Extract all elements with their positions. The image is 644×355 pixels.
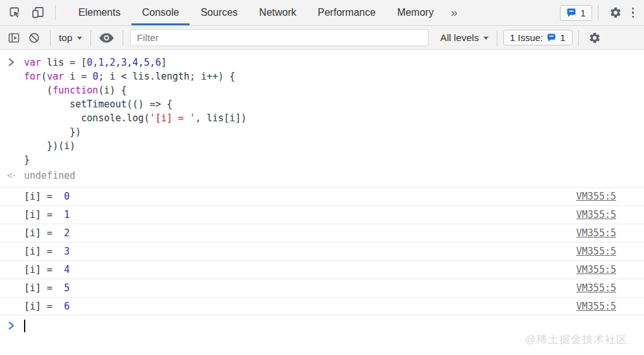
context-selector-label: top bbox=[59, 32, 73, 44]
clear-console-icon[interactable] bbox=[24, 28, 44, 47]
code-line: var lis = [0,1,2,3,4,5,6] bbox=[24, 56, 644, 69]
code-line: (function(i) { bbox=[24, 83, 644, 97]
console-result-row: <· undefined bbox=[0, 167, 644, 187]
source-link[interactable]: VM355:5 bbox=[576, 209, 616, 220]
code-line: } bbox=[24, 153, 644, 167]
console-log-row: [i] = 2VM355:5 bbox=[0, 224, 644, 242]
code-line: })(i) bbox=[24, 139, 644, 153]
tab-console[interactable]: Console bbox=[131, 0, 190, 25]
more-options-icon[interactable] bbox=[627, 5, 640, 21]
input-code: var lis = [0,1,2,3,4,5,6]for(var i = 0; … bbox=[24, 56, 644, 167]
console-log-list: [i] = 0VM355:5[i] = 1VM355:5[i] = 2VM355… bbox=[0, 187, 644, 315]
divider bbox=[50, 30, 51, 45]
log-text: [i] = bbox=[24, 282, 58, 294]
settings-gear-icon[interactable] bbox=[604, 2, 627, 23]
code-line: for(var i = 0; i < lis.length; i++) { bbox=[24, 69, 644, 83]
divider bbox=[123, 30, 123, 45]
inspect-element-icon[interactable] bbox=[4, 2, 27, 23]
chat-bubble-icon bbox=[566, 8, 576, 18]
tab-sources[interactable]: Sources bbox=[190, 0, 248, 25]
log-value: 2 bbox=[64, 227, 70, 239]
source-link[interactable]: VM355:5 bbox=[576, 191, 616, 202]
log-value: 5 bbox=[64, 282, 70, 294]
issues-label: 1 Issue: bbox=[510, 32, 544, 43]
log-level-selector[interactable]: All levels bbox=[438, 32, 491, 44]
console-log-row: [i] = 6VM355:5 bbox=[0, 297, 644, 315]
code-line: }) bbox=[24, 125, 644, 139]
result-value: undefined bbox=[24, 170, 75, 181]
log-text: [i] = bbox=[24, 246, 58, 257]
log-text: [i] = bbox=[24, 301, 58, 312]
console-sidebar-toggle-icon[interactable] bbox=[4, 28, 24, 47]
log-level-label: All levels bbox=[440, 32, 479, 44]
log-text: [i] = bbox=[24, 209, 58, 220]
device-toolbar-icon[interactable] bbox=[27, 2, 49, 23]
chevron-down-icon bbox=[77, 37, 82, 40]
log-text: [i] = bbox=[24, 227, 58, 239]
log-value: 3 bbox=[64, 246, 70, 257]
code-line: setTimeout(() => { bbox=[24, 97, 644, 111]
code-line: console.log('[i] = ', lis[i]) bbox=[24, 111, 644, 125]
source-link[interactable]: VM355:5 bbox=[576, 227, 616, 239]
tab-elements[interactable]: Elements bbox=[68, 0, 131, 25]
divider bbox=[497, 30, 497, 45]
chevron-down-icon bbox=[483, 37, 489, 40]
console-messages-area: var lis = [0,1,2,3,4,5,6]for(var i = 0; … bbox=[0, 50, 644, 354]
return-value-icon: <· bbox=[7, 169, 16, 183]
tab-performance[interactable]: Performance bbox=[307, 0, 387, 25]
log-value: 4 bbox=[64, 264, 70, 275]
text-cursor bbox=[24, 320, 25, 332]
topbar-right-cluster: 1 bbox=[560, 2, 644, 23]
source-link[interactable]: VM355:5 bbox=[576, 282, 616, 294]
input-chevron-icon bbox=[8, 58, 15, 66]
console-messages-badge[interactable]: 1 bbox=[560, 5, 592, 21]
issues-count: 1 bbox=[560, 32, 565, 43]
divider bbox=[55, 5, 56, 20]
source-link[interactable]: VM355:5 bbox=[576, 246, 616, 257]
divider bbox=[90, 30, 91, 45]
log-value: 1 bbox=[64, 209, 70, 220]
more-tabs-icon[interactable]: » bbox=[444, 6, 464, 20]
live-expression-eye-icon[interactable] bbox=[97, 28, 117, 47]
watermark: @稀土掘金技术社区 bbox=[525, 332, 628, 347]
console-prompt[interactable] bbox=[0, 315, 644, 334]
console-log-row: [i] = 4VM355:5 bbox=[0, 260, 644, 279]
context-selector[interactable]: top bbox=[56, 32, 85, 44]
prompt-chevron-icon bbox=[8, 322, 15, 330]
tabs: ElementsConsoleSourcesNetworkPerformance… bbox=[68, 0, 444, 25]
messages-count: 1 bbox=[580, 8, 585, 18]
devtools-tab-bar: ElementsConsoleSourcesNetworkPerformance… bbox=[0, 0, 644, 26]
chat-bubble-icon bbox=[547, 33, 556, 42]
source-link[interactable]: VM355:5 bbox=[576, 301, 616, 312]
source-link[interactable]: VM355:5 bbox=[576, 264, 616, 275]
console-toolbar: top All levels 1 Issue: 1 bbox=[0, 26, 644, 50]
divider bbox=[598, 5, 598, 20]
console-log-row: [i] = 3VM355:5 bbox=[0, 242, 644, 260]
divider bbox=[578, 30, 579, 45]
console-input-echo: var lis = [0,1,2,3,4,5,6]for(var i = 0; … bbox=[0, 50, 644, 167]
log-value: 0 bbox=[64, 191, 70, 202]
console-settings-gear-icon[interactable] bbox=[585, 28, 605, 47]
console-log-row: [i] = 0VM355:5 bbox=[0, 187, 644, 205]
log-text: [i] = bbox=[24, 191, 58, 202]
console-log-row: [i] = 1VM355:5 bbox=[0, 205, 644, 224]
console-log-row: [i] = 5VM355:5 bbox=[0, 279, 644, 297]
log-text: [i] = bbox=[24, 264, 58, 275]
log-value: 6 bbox=[64, 301, 70, 312]
tab-memory[interactable]: Memory bbox=[386, 0, 444, 25]
tab-network[interactable]: Network bbox=[248, 0, 307, 25]
issues-button[interactable]: 1 Issue: 1 bbox=[503, 30, 573, 45]
filter-input[interactable] bbox=[130, 29, 428, 46]
